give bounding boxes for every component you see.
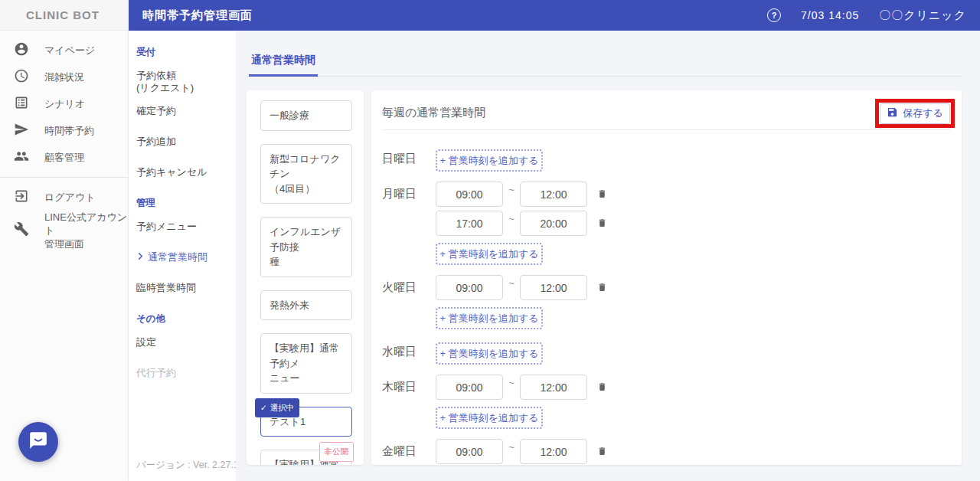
lnav-request-line2: (リクエスト): [136, 82, 231, 94]
help-icon[interactable]: ?: [767, 8, 781, 22]
day-row-monday: 月曜日 ~ ~ + 営業時刻を追加する: [382, 182, 951, 265]
menu-item-experiment-2[interactable]: 非公開 【実験用】通常予約メ ニュー: [260, 450, 352, 465]
global-sidebar: マイページ 混雑状況 シナリオ 時間帯予約 顧客管理 ログアウト LINE公式ア…: [0, 31, 129, 481]
chat-bubble-icon: [28, 430, 48, 453]
lnav-item-cancel[interactable]: 予約キャンセル: [136, 166, 231, 178]
delete-slot-button[interactable]: [597, 282, 607, 293]
line-admin-line1: LINE公式アカウント: [44, 211, 127, 237]
sidebar-item-label: シナリオ: [44, 97, 85, 111]
save-button[interactable]: 保存する: [880, 103, 950, 124]
sidebar-item-logout[interactable]: ログアウト: [0, 184, 128, 211]
delete-slot-button[interactable]: [597, 218, 607, 228]
lnav-item-add-booking[interactable]: 予約追加: [136, 136, 231, 148]
lnav-item-normal-hours[interactable]: 通常営業時間: [136, 251, 231, 263]
sidebar-item-timeslot[interactable]: 時間帯予約: [0, 117, 128, 144]
menu-item-label: 【実験用】通常予約メ: [270, 341, 347, 371]
range-tilde: ~: [503, 275, 520, 289]
header-bar: 時間帯予約管理画面 ? 7/03 14:05 〇〇クリニック: [129, 0, 980, 31]
chat-launcher-button[interactable]: [18, 422, 58, 462]
start-time-input[interactable]: [436, 211, 503, 236]
section-title-other: その他: [136, 312, 231, 326]
menu-item-flu[interactable]: インフルエンザ予防接 種: [260, 217, 352, 277]
clock-icon: [14, 68, 29, 87]
add-hours-button[interactable]: + 営業時刻を追加する: [436, 342, 543, 365]
sidebar-item-line-admin[interactable]: LINE公式アカウント 管理画面: [0, 211, 128, 250]
time-slot-row: ~: [436, 182, 607, 207]
menu-item-label2: ニュー: [270, 371, 347, 386]
day-row-thursday: 木曜日 ~ + 営業時刻を追加する: [382, 375, 951, 429]
lnav-item-request[interactable]: 予約依頼 (リクエスト): [136, 70, 231, 94]
menu-item-general[interactable]: 一般診療: [260, 100, 352, 131]
weekly-hours-heading: 毎週の通常営業時間: [382, 106, 485, 120]
lnav-item-booking-menu[interactable]: 予約メニュー: [136, 221, 231, 233]
sidebar-item-label: ログアウト: [44, 191, 96, 205]
add-hours-button[interactable]: + 営業時刻を追加する: [436, 149, 543, 172]
range-tilde: ~: [503, 375, 520, 388]
add-hours-button[interactable]: + 営業時刻を追加する: [436, 243, 543, 265]
day-label: 火曜日: [382, 275, 436, 329]
add-hours-button[interactable]: + 営業時刻を追加する: [436, 407, 543, 429]
time-slot-row: ~: [436, 375, 607, 400]
menu-item-label2: （4回目）: [270, 182, 347, 197]
account-icon: [14, 41, 29, 60]
check-icon: ✓: [260, 401, 267, 416]
lnav-item-temp-hours[interactable]: 臨時営業時間: [136, 282, 231, 294]
clinic-name: 〇〇クリニック: [879, 8, 966, 23]
section-title-manage: 管理: [136, 197, 231, 210]
sidebar-item-label: マイページ: [44, 44, 95, 57]
delete-slot-button[interactable]: [597, 381, 607, 392]
local-sidebar: 受付 予約依頼 (リクエスト) 確定予約 予約追加 予約キャンセル 管理 予約メ…: [129, 31, 236, 481]
end-time-input[interactable]: [520, 182, 587, 207]
start-time-input[interactable]: [436, 375, 503, 400]
start-time-input[interactable]: [436, 439, 503, 464]
people-icon: [14, 149, 29, 167]
header-datetime: 7/03 14:05: [801, 9, 859, 21]
day-row-sunday: 日曜日 + 営業時刻を追加する: [382, 146, 951, 172]
weekly-hours-header: 毎週の通常営業時間 保存する: [382, 90, 951, 130]
delete-slot-button[interactable]: [597, 446, 607, 456]
sidebar-item-customers[interactable]: 顧客管理: [0, 144, 128, 171]
menu-list-card: 一般診療 新型コロナワクチン （4回目） インフルエンザ予防接 種 発熱外来 【…: [247, 90, 364, 465]
end-time-input[interactable]: [520, 211, 587, 236]
day-label: 月曜日: [382, 182, 436, 265]
send-icon: [14, 122, 29, 140]
add-hours-button[interactable]: + 営業時刻を追加する: [436, 307, 543, 329]
start-time-input[interactable]: [436, 182, 503, 207]
end-time-input[interactable]: [520, 439, 587, 464]
day-label: 日曜日: [382, 146, 436, 172]
lnav-item-confirmed[interactable]: 確定予約: [136, 105, 231, 117]
tab-normal-hours[interactable]: 通常営業時間: [249, 46, 318, 77]
menu-item-experiment-1[interactable]: 【実験用】通常予約メ ニュー: [260, 333, 352, 394]
end-time-input[interactable]: [520, 375, 587, 400]
save-button-label: 保存する: [903, 106, 943, 120]
start-time-input[interactable]: [436, 275, 503, 300]
lnav-item-settings[interactable]: 設定: [136, 336, 231, 348]
day-row-friday: 金曜日 ~: [382, 439, 951, 464]
build-icon: [14, 221, 29, 240]
chevron-right-icon: [136, 251, 145, 263]
sidebar-item-label: 混雑状況: [44, 70, 84, 84]
sidebar-item-scenario[interactable]: シナリオ: [0, 90, 128, 117]
range-tilde: ~: [503, 211, 520, 224]
menu-item-covid-vaccine[interactable]: 新型コロナワクチン （4回目）: [260, 144, 352, 205]
sidebar-item-label: 顧客管理: [44, 151, 84, 165]
weekly-schedule: 日曜日 + 営業時刻を追加する 月曜日 ~ ~: [382, 130, 951, 464]
page-title: 時間帯予約管理画面: [142, 8, 253, 23]
main-content: 通常営業時間 一般診療 新型コロナワクチン （4回目） インフルエンザ予防接 種…: [236, 31, 980, 481]
menu-item-fever[interactable]: 発熱外来: [260, 290, 352, 321]
day-row-tuesday: 火曜日 ~ + 営業時刻を追加する: [382, 275, 951, 329]
delete-slot-button[interactable]: [597, 188, 607, 199]
line-admin-line2: 管理画面: [44, 238, 84, 250]
sidebar-item-congestion[interactable]: 混雑状況: [0, 64, 128, 90]
lnav-request-line1: 予約依頼: [136, 70, 231, 82]
menu-item-label: 発熱外来: [270, 298, 347, 313]
end-time-input[interactable]: [520, 275, 587, 300]
day-row-wednesday: 水曜日 + 営業時刻を追加する: [382, 339, 951, 365]
menu-item-label2: 種: [270, 254, 347, 270]
menu-item-label: インフルエンザ予防接: [270, 224, 347, 254]
sidebar-divider: [0, 177, 128, 178]
lnav-normal-hours-label: 通常営業時間: [148, 251, 207, 263]
menu-item-test1[interactable]: ✓ 選択中 テスト1: [260, 407, 352, 437]
time-slot-row: ~: [436, 211, 607, 236]
sidebar-item-mypage[interactable]: マイページ: [0, 37, 128, 64]
